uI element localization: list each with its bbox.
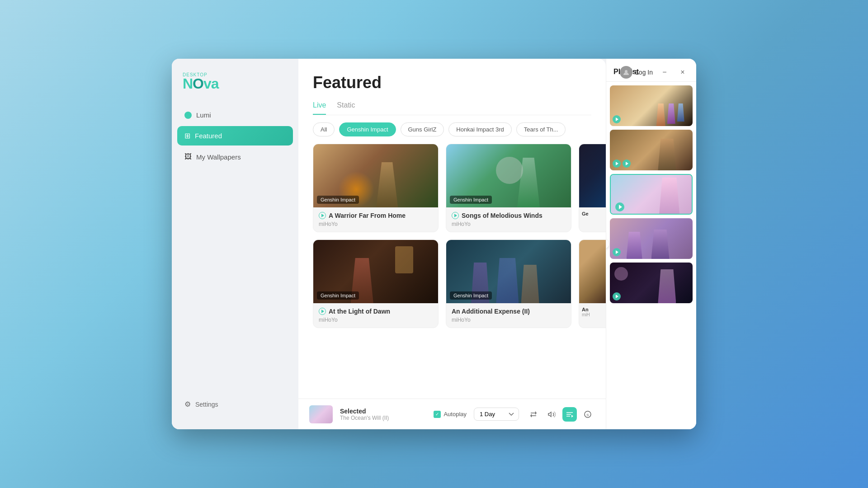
playlist-play-2-b: [623, 160, 631, 168]
wallpaper-name-4: An Additional Expense (II): [452, 308, 566, 315]
lumi-icon: [184, 112, 192, 119]
autoplay-label[interactable]: ✓ Autoplay: [434, 411, 467, 418]
volume-button[interactable]: [544, 407, 559, 422]
wallpaper-thumb-3: Genshin Impact: [313, 240, 438, 303]
wallpaper-tag-1: Genshin Impact: [317, 196, 359, 204]
playlist-item-4[interactable]: [610, 218, 693, 259]
playlist-play-2-a: [613, 160, 621, 168]
app-window: Log In − × DESKTOP NOva Lumi ⊞: [172, 59, 696, 429]
featured-icon: ⊞: [184, 131, 190, 140]
wallpaper-tag-3: Genshin Impact: [317, 291, 359, 300]
wallpaper-tag-2: Genshin Impact: [450, 196, 492, 204]
selected-thumb-img: [309, 405, 333, 423]
playlist-play-5: [613, 292, 621, 300]
bottom-actions: S: [526, 407, 595, 422]
playlist-item-5[interactable]: [610, 263, 693, 303]
playlist-image-5: [610, 263, 693, 303]
sidebar-label-my-wallpapers: My Wallpapers: [196, 153, 241, 161]
sidebar-item-lumi[interactable]: Lumi: [177, 106, 293, 124]
wallpaper-info-2: Songs of Melodious Winds miHoYo: [446, 207, 571, 232]
bottom-bar: Selected The Ocean's Will (II) ✓ Autopla…: [298, 399, 606, 429]
wallpaper-author-4: miHoYo: [452, 317, 566, 323]
playlist-overlay-5: [613, 292, 621, 300]
selected-subtitle: The Ocean's Will (II): [340, 415, 426, 421]
settings-icon: ⚙: [184, 400, 191, 408]
sidebar: DESKTOP NOva Lumi ⊞ Featured 🖼 M: [172, 59, 298, 429]
wallpaper-thumb-1: Genshin Impact: [313, 144, 438, 207]
wallpaper-name-2: Songs of Melodious Winds: [452, 212, 566, 219]
wallpaper-card-2[interactable]: Genshin Impact Songs of Melodious Winds …: [446, 144, 571, 232]
autoplay-check: ✓: [434, 411, 441, 418]
close-button[interactable]: ×: [676, 66, 689, 79]
repeat-button[interactable]: [526, 407, 541, 422]
playlist-overlay-1: [613, 115, 621, 123]
wallpaper-thumb-4: Genshin Impact: [446, 240, 571, 303]
playlist-overlay-4: [613, 248, 621, 256]
filter-all[interactable]: All: [313, 122, 335, 136]
page-title: Featured: [313, 73, 591, 92]
play-icon-3: [319, 308, 326, 315]
tab-static[interactable]: Static: [337, 101, 355, 115]
selected-thumbnail: [309, 405, 333, 423]
selected-title: Selected: [340, 408, 426, 415]
wallpaper-info-1: A Warrior Far From Home miHoYo: [313, 207, 438, 232]
wallpaper-card-3[interactable]: Genshin Impact At the Light of Dawn miHo…: [313, 239, 439, 328]
tab-live[interactable]: Live: [313, 101, 326, 115]
filter-bar: All Genshin Impact Guns GirlZ Honkai Imp…: [298, 115, 606, 144]
title-bar: Log In − ×: [620, 66, 689, 79]
filter-honkai[interactable]: Honkai Impact 3rd: [448, 122, 512, 136]
sidebar-label-lumi: Lumi: [196, 111, 211, 119]
wallpaper-thumb-2: Genshin Impact: [446, 144, 571, 207]
autoplay-text: Autoplay: [443, 411, 467, 418]
coin-button[interactable]: S: [580, 407, 595, 422]
wallpaper-info-4: An Additional Expense (II) miHoYo: [446, 303, 571, 328]
filter-genshin[interactable]: Genshin Impact: [339, 122, 396, 136]
playlist-items: [606, 82, 696, 429]
partial-info-2: An miH: [579, 303, 606, 321]
wallpaper-card-1[interactable]: Genshin Impact A Warrior Far From Home m…: [313, 144, 439, 232]
sidebar-label-featured: Featured: [195, 132, 222, 140]
partial-image-1: [579, 144, 606, 207]
wallpaper-info-3: At the Light of Dawn miHoYo: [313, 303, 438, 328]
filter-gunsgirl[interactable]: Guns GirlZ: [401, 122, 444, 136]
wallpaper-row-2: Genshin Impact At the Light of Dawn miHo…: [313, 239, 606, 328]
sidebar-nav: Lumi ⊞ Featured 🖼 My Wallpapers: [172, 106, 298, 388]
wallpaper-name-1: A Warrior Far From Home: [319, 212, 433, 219]
playlist-overlay-2: [613, 160, 631, 168]
partial-tag-1: Ge: [582, 211, 603, 216]
duration-select[interactable]: 1 Day 2 Days 3 Days 1 Week: [474, 408, 519, 421]
filter-tears[interactable]: Tears of Th...: [516, 122, 566, 136]
sidebar-item-my-wallpapers[interactable]: 🖼 My Wallpapers: [177, 147, 293, 166]
partial-thumb-2: [579, 240, 606, 303]
playlist-image-1: [610, 85, 693, 126]
playlist-item-1[interactable]: [610, 85, 693, 126]
playlist-item-3[interactable]: [610, 174, 693, 215]
wallpaper-author-1: miHoYo: [319, 221, 433, 227]
playlist-play-4: [613, 248, 621, 256]
wallpaper-icon: 🖼: [184, 153, 192, 161]
settings-item[interactable]: ⚙ Settings: [181, 395, 289, 413]
playlist-image-4: [610, 218, 693, 259]
playlist-button[interactable]: [562, 407, 577, 422]
main-content: Featured Live Static All Genshin Impact …: [298, 59, 606, 429]
logo: DESKTOP NOva: [172, 68, 298, 106]
minimize-button[interactable]: −: [658, 66, 671, 79]
playlist-panel: ▶ Playlist: [606, 59, 696, 429]
svg-text:S: S: [586, 413, 589, 417]
partial-card-2[interactable]: An miH: [579, 239, 606, 328]
wallpaper-tag-4: Genshin Impact: [450, 291, 492, 300]
sidebar-item-featured[interactable]: ⊞ Featured: [177, 126, 293, 145]
logo-text: NOva: [183, 75, 219, 92]
login-button[interactable]: Log In: [620, 66, 653, 79]
selected-info: Selected The Ocean's Will (II): [340, 408, 426, 421]
partial-thumb-1: [579, 144, 606, 207]
partial-info-1: Ge: [579, 207, 606, 220]
partial-card-1[interactable]: Ge: [579, 144, 606, 232]
svg-marker-4: [571, 415, 573, 418]
play-icon-1: [319, 212, 326, 219]
wallpaper-card-4[interactable]: Genshin Impact An Additional Expense (II…: [446, 239, 571, 328]
settings-label: Settings: [195, 401, 218, 408]
playlist-item-2[interactable]: [610, 130, 693, 170]
playlist-play-1: [613, 115, 621, 123]
sidebar-footer: ⚙ Settings: [172, 388, 298, 420]
